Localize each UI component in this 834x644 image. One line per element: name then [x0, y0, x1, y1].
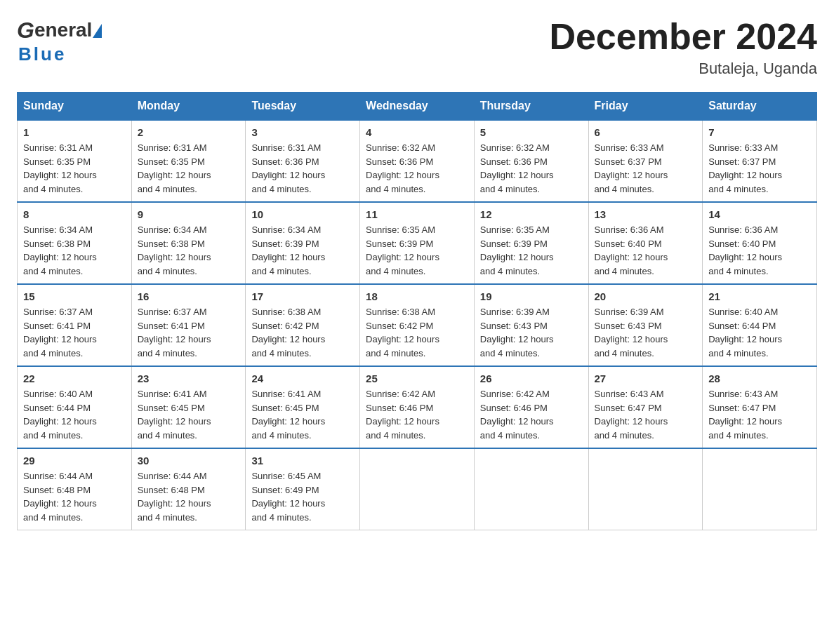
table-row: 28 Sunrise: 6:43 AM Sunset: 6:47 PM Dayl…	[703, 366, 817, 448]
day-number: 30	[138, 455, 240, 467]
table-row	[474, 448, 588, 530]
day-number: 15	[23, 290, 126, 302]
sunset-label: Sunset: 6:45 PM	[138, 403, 205, 413]
sunset-label: Sunset: 6:43 PM	[595, 321, 662, 331]
daylight-label: Daylight: 12 hours	[138, 416, 211, 427]
sunrise-label: Sunrise: 6:38 AM	[251, 307, 321, 317]
day-info: Sunrise: 6:42 AM Sunset: 6:46 PM Dayligh…	[480, 387, 583, 442]
day-info: Sunrise: 6:36 AM Sunset: 6:40 PM Dayligh…	[595, 223, 697, 278]
daylight-label: Daylight: 12 hours	[23, 498, 97, 509]
daylight-label: Daylight: 12 hours	[251, 416, 325, 427]
table-row: 20 Sunrise: 6:39 AM Sunset: 6:43 PM Dayl…	[588, 284, 703, 366]
sunset-label: Sunset: 6:36 PM	[480, 156, 548, 167]
daylight-cont: and 4 minutes.	[595, 184, 654, 194]
table-row: 25 Sunrise: 6:42 AM Sunset: 6:46 PM Dayl…	[360, 366, 475, 448]
day-info: Sunrise: 6:32 AM Sunset: 6:36 PM Dayligh…	[480, 141, 583, 196]
table-row: 23 Sunrise: 6:41 AM Sunset: 6:45 PM Dayl…	[131, 366, 246, 448]
daylight-cont: and 4 minutes.	[138, 430, 197, 441]
daylight-label: Daylight: 12 hours	[23, 170, 97, 180]
col-header-monday: Monday	[131, 93, 246, 121]
daylight-label: Daylight: 12 hours	[480, 252, 554, 262]
daylight-cont: and 4 minutes.	[595, 266, 654, 276]
sunrise-label: Sunrise: 6:39 AM	[480, 307, 550, 317]
day-number: 27	[595, 373, 697, 384]
logo-eneral-text: eneral	[34, 18, 93, 42]
day-info: Sunrise: 6:43 AM Sunset: 6:47 PM Dayligh…	[595, 387, 697, 442]
day-number: 28	[708, 373, 811, 384]
daylight-label: Daylight: 12 hours	[251, 334, 325, 344]
sunrise-label: Sunrise: 6:43 AM	[708, 389, 778, 399]
day-number: 5	[480, 126, 583, 138]
sunset-label: Sunset: 6:48 PM	[138, 485, 205, 495]
sunset-label: Sunset: 6:38 PM	[138, 239, 205, 249]
daylight-label: Daylight: 12 hours	[480, 334, 554, 344]
daylight-cont: and 4 minutes.	[23, 266, 83, 276]
day-info: Sunrise: 6:31 AM Sunset: 6:35 PM Dayligh…	[138, 141, 240, 196]
sunrise-label: Sunrise: 6:34 AM	[138, 224, 207, 235]
table-row: 24 Sunrise: 6:41 AM Sunset: 6:45 PM Dayl…	[246, 366, 360, 448]
daylight-label: Daylight: 12 hours	[708, 416, 782, 427]
day-info: Sunrise: 6:38 AM Sunset: 6:42 PM Dayligh…	[366, 305, 468, 360]
daylight-label: Daylight: 12 hours	[138, 498, 211, 509]
sunset-label: Sunset: 6:41 PM	[23, 321, 91, 331]
daylight-cont: and 4 minutes.	[138, 266, 197, 276]
daylight-cont: and 4 minutes.	[251, 266, 311, 276]
day-info: Sunrise: 6:32 AM Sunset: 6:36 PM Dayligh…	[366, 141, 468, 196]
calendar-week-row: 15 Sunrise: 6:37 AM Sunset: 6:41 PM Dayl…	[18, 284, 817, 366]
daylight-label: Daylight: 12 hours	[480, 170, 554, 180]
day-number: 13	[595, 208, 697, 220]
sunrise-label: Sunrise: 6:38 AM	[366, 307, 435, 317]
day-info: Sunrise: 6:39 AM Sunset: 6:43 PM Dayligh…	[595, 305, 697, 360]
day-info: Sunrise: 6:41 AM Sunset: 6:45 PM Dayligh…	[138, 387, 240, 442]
month-year-title: December 2024	[549, 17, 817, 57]
day-info: Sunrise: 6:34 AM Sunset: 6:39 PM Dayligh…	[251, 223, 354, 278]
day-number: 25	[366, 373, 468, 384]
sunset-label: Sunset: 6:44 PM	[708, 321, 776, 331]
sunset-label: Sunset: 6:38 PM	[23, 239, 91, 249]
sunrise-label: Sunrise: 6:36 AM	[708, 224, 778, 235]
table-row: 10 Sunrise: 6:34 AM Sunset: 6:39 PM Dayl…	[246, 202, 360, 284]
sunset-label: Sunset: 6:39 PM	[480, 239, 548, 249]
sunset-label: Sunset: 6:36 PM	[251, 156, 319, 167]
daylight-label: Daylight: 12 hours	[480, 416, 554, 427]
day-info: Sunrise: 6:34 AM Sunset: 6:38 PM Dayligh…	[138, 223, 240, 278]
day-info: Sunrise: 6:42 AM Sunset: 6:46 PM Dayligh…	[366, 387, 468, 442]
col-header-wednesday: Wednesday	[360, 93, 475, 121]
day-info: Sunrise: 6:40 AM Sunset: 6:44 PM Dayligh…	[708, 305, 811, 360]
daylight-label: Daylight: 12 hours	[23, 252, 97, 262]
daylight-cont: and 4 minutes.	[23, 184, 83, 194]
sunrise-label: Sunrise: 6:35 AM	[366, 224, 435, 235]
daylight-cont: and 4 minutes.	[251, 512, 311, 523]
daylight-label: Daylight: 12 hours	[138, 170, 211, 180]
table-row: 29 Sunrise: 6:44 AM Sunset: 6:48 PM Dayl…	[18, 448, 132, 530]
daylight-cont: and 4 minutes.	[708, 184, 768, 194]
sunset-label: Sunset: 6:43 PM	[480, 321, 548, 331]
sunrise-label: Sunrise: 6:33 AM	[595, 142, 664, 153]
daylight-cont: and 4 minutes.	[708, 266, 768, 276]
col-header-tuesday: Tuesday	[246, 93, 360, 121]
daylight-cont: and 4 minutes.	[251, 430, 311, 441]
sunrise-label: Sunrise: 6:33 AM	[708, 142, 778, 153]
sunset-label: Sunset: 6:36 PM	[366, 156, 433, 167]
day-number: 24	[251, 373, 354, 384]
logo-g-letter: G	[17, 17, 34, 43]
table-row: 16 Sunrise: 6:37 AM Sunset: 6:41 PM Dayl…	[131, 284, 246, 366]
day-info: Sunrise: 6:43 AM Sunset: 6:47 PM Dayligh…	[708, 387, 811, 442]
daylight-cont: and 4 minutes.	[366, 266, 425, 276]
day-number: 18	[366, 290, 468, 302]
daylight-label: Daylight: 12 hours	[23, 334, 97, 344]
table-row: 18 Sunrise: 6:38 AM Sunset: 6:42 PM Dayl…	[360, 284, 475, 366]
daylight-label: Daylight: 12 hours	[138, 334, 211, 344]
day-info: Sunrise: 6:33 AM Sunset: 6:37 PM Dayligh…	[708, 141, 811, 196]
sunset-label: Sunset: 6:35 PM	[138, 156, 205, 167]
day-number: 20	[595, 290, 697, 302]
day-number: 16	[138, 290, 240, 302]
sunrise-label: Sunrise: 6:32 AM	[480, 142, 550, 153]
sunset-label: Sunset: 6:47 PM	[595, 403, 662, 413]
daylight-cont: and 4 minutes.	[708, 430, 768, 441]
day-info: Sunrise: 6:31 AM Sunset: 6:36 PM Dayligh…	[251, 141, 354, 196]
sunset-label: Sunset: 6:49 PM	[251, 485, 319, 495]
table-row: 30 Sunrise: 6:44 AM Sunset: 6:48 PM Dayl…	[131, 448, 246, 530]
day-number: 7	[708, 126, 811, 138]
sunset-label: Sunset: 6:41 PM	[138, 321, 205, 331]
